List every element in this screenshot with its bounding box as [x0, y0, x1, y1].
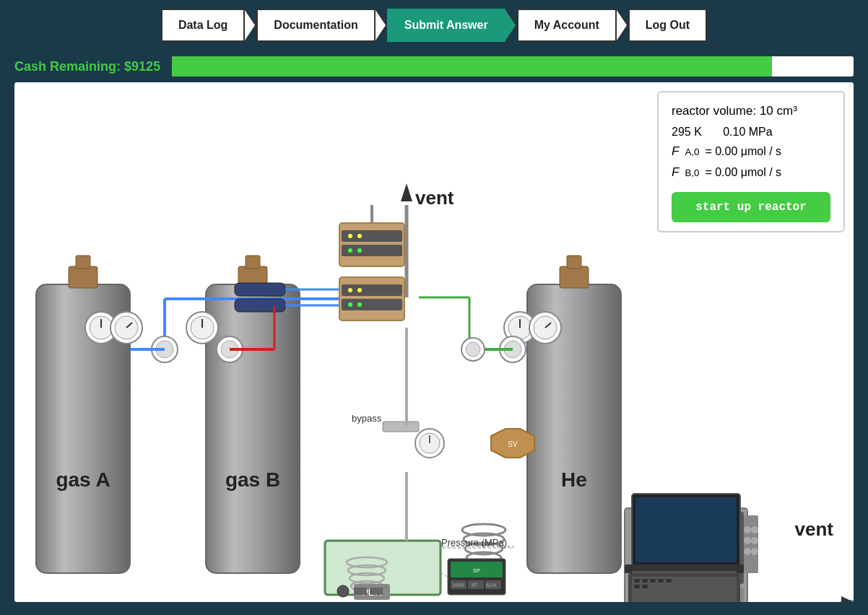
- reactor-volume: reactor volume: 10 cm³: [672, 101, 830, 122]
- svg-point-63: [357, 288, 362, 292]
- svg-text:He: He: [561, 468, 587, 491]
- svg-point-47: [466, 342, 480, 357]
- svg-point-55: [348, 234, 352, 238]
- cash-progress-fill: [172, 56, 772, 77]
- nav-submit-answer[interactable]: Submit Answer: [387, 9, 505, 42]
- nav-arrow-2: [376, 9, 387, 42]
- svg-rect-126: [635, 497, 737, 562]
- pressure-value: 0.10 MPa: [723, 122, 772, 141]
- svg-rect-11: [567, 256, 581, 269]
- fb-sub: B,0: [685, 165, 699, 182]
- svg-rect-136: [634, 585, 640, 588]
- svg-rect-5: [206, 284, 300, 573]
- svg-point-65: [357, 302, 362, 307]
- svg-rect-3: [76, 256, 90, 269]
- cash-label: Cash Remaining: $9125: [14, 59, 160, 74]
- svg-rect-137: [642, 585, 648, 588]
- temperature-value: 295 K: [672, 122, 702, 141]
- svg-point-58: [357, 248, 362, 253]
- startup-reactor-button[interactable]: start up reactor: [672, 192, 830, 222]
- svg-point-114: [744, 526, 751, 533]
- svg-point-56: [357, 234, 362, 238]
- fa-row: FA,0 = 0.00 μmol / s: [672, 141, 830, 162]
- svg-rect-135: [666, 579, 672, 583]
- svg-text:MAN: MAN: [453, 583, 464, 588]
- svg-rect-37: [235, 283, 285, 296]
- fb-value: = 0.00 μmol / s: [705, 162, 781, 182]
- svg-text:gas B: gas B: [225, 468, 280, 491]
- temp-pressure-row: 295 K 0.10 MPa: [672, 122, 830, 141]
- nav-documentation[interactable]: Documentation: [256, 9, 375, 42]
- svg-point-57: [348, 248, 352, 253]
- fa-label: F: [672, 141, 679, 162]
- svg-text:SV: SV: [508, 440, 518, 448]
- svg-rect-66: [383, 422, 419, 432]
- svg-point-115: [751, 526, 758, 533]
- svg-point-117: [751, 537, 758, 544]
- svg-rect-133: [650, 579, 656, 583]
- vent-top-label: vent: [415, 187, 453, 209]
- svg-rect-85: [370, 588, 383, 595]
- svg-text:SP: SP: [473, 567, 481, 574]
- nav-my-account[interactable]: My Account: [517, 9, 617, 42]
- svg-rect-2: [69, 266, 97, 288]
- nav-data-log[interactable]: Data Log: [161, 9, 245, 42]
- svg-point-119: [751, 548, 758, 555]
- svg-text:AT: AT: [472, 583, 478, 588]
- fb-row: FB,0 = 0.00 μmol / s: [672, 162, 830, 183]
- fa-sub: A,0: [685, 144, 699, 161]
- svg-point-118: [744, 548, 751, 555]
- svg-rect-10: [560, 266, 589, 288]
- fa-value: = 0.00 μmol / s: [705, 141, 781, 161]
- vent-right-label: vent: [795, 518, 833, 541]
- fb-label: F: [672, 162, 679, 183]
- svg-point-83: [337, 585, 349, 597]
- svg-point-62: [348, 288, 352, 292]
- svg-point-116: [744, 537, 751, 544]
- svg-point-64: [348, 302, 352, 307]
- nav-arrow-4: [617, 9, 628, 42]
- svg-rect-134: [658, 579, 664, 583]
- svg-rect-38: [235, 299, 285, 312]
- nav-arrow-3: [505, 9, 517, 42]
- svg-rect-7: [246, 256, 260, 269]
- nav-log-out[interactable]: Log Out: [628, 9, 707, 42]
- nav-arrow-1: [245, 9, 256, 42]
- svg-rect-131: [634, 579, 640, 583]
- svg-rect-110: [744, 515, 758, 573]
- svg-rect-132: [642, 579, 648, 583]
- svg-text:gas A: gas A: [56, 468, 110, 491]
- pressure-label: Pressure (MPa): [441, 537, 507, 548]
- info-box: reactor volume: 10 cm³ 295 K 0.10 MPa FA…: [657, 91, 845, 232]
- top-navigation: Data Log Documentation Submit Answer My …: [0, 0, 868, 51]
- cash-progress-track: [172, 56, 854, 77]
- cash-bar: Cash Remaining: $9125: [0, 51, 868, 82]
- svg-rect-84: [354, 588, 367, 595]
- diagram-area: gas A gas B He: [14, 82, 854, 602]
- bypass-label: bypass: [352, 413, 381, 424]
- svg-text:ALM: ALM: [486, 583, 497, 588]
